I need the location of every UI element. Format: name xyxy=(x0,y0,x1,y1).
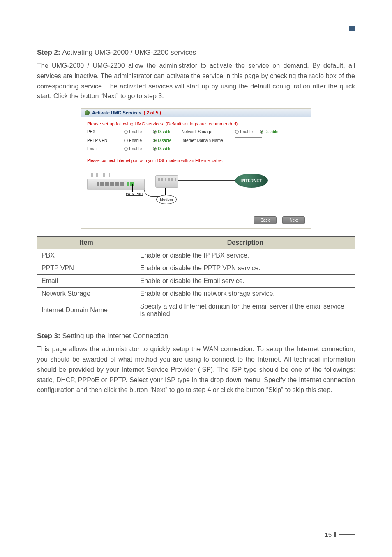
step3-heading: Step 3: Setting up the Internet Connecti… xyxy=(37,332,355,340)
wan-port-label: WAN Port xyxy=(126,192,143,196)
email-disable-radio[interactable]: Disable xyxy=(153,146,182,151)
step2-title: Activating UMG-2000 / UMG-2200 services xyxy=(62,49,196,56)
service-definition-table: Item Description PBXEnable or disable th… xyxy=(37,236,355,320)
back-button[interactable]: Back xyxy=(254,216,277,224)
service-idn-label: Internet Domain Name xyxy=(182,138,235,143)
netstorage-enable-radio[interactable]: Enable xyxy=(235,130,260,134)
page-corner-marker xyxy=(349,26,355,31)
table-row: PPTP VPNEnable or disable the PPTP VPN s… xyxy=(37,262,355,275)
table-row: Network StorageEnable or disable the net… xyxy=(37,288,355,300)
pbx-enable-radio[interactable]: Enable xyxy=(124,130,153,134)
table-row: EmailEnable or disable the Email service… xyxy=(37,275,355,288)
modem-label: Modem xyxy=(156,195,177,204)
pptp-disable-radio[interactable]: Disable xyxy=(153,138,182,143)
pptp-enable-radio[interactable]: Enable xyxy=(124,138,153,143)
connect-note: Please connect Internet port with your D… xyxy=(81,155,311,165)
cell-item: Email xyxy=(37,275,136,288)
step2-label: Step 2: xyxy=(37,49,60,56)
cell-item: PPTP VPN xyxy=(37,262,136,275)
connection-diagram: WAN Port Modem INTERNET xyxy=(87,166,305,211)
step2-heading: Step 2: Activating UMG-2000 / UMG-2200 s… xyxy=(37,49,355,57)
wizard-step-count: ( 2 of 5 ) xyxy=(144,110,161,115)
step3-title: Setting up the Internet Connection xyxy=(62,332,168,340)
wan-pointer-line xyxy=(132,184,133,192)
wizard-title: Activate UMG Services xyxy=(92,110,141,115)
umg-device-icon xyxy=(87,179,145,190)
step3-paragraph: This page allows the administrator to qu… xyxy=(37,344,355,395)
email-enable-radio[interactable]: Enable xyxy=(124,146,153,151)
pbx-disable-radio[interactable]: Disable xyxy=(153,130,182,134)
service-email-label: Email xyxy=(87,146,124,151)
modem-icon xyxy=(155,175,178,188)
col-item: Item xyxy=(37,237,136,249)
wizard-titlebar: Activate UMG Services ( 2 of 5 ) xyxy=(81,109,311,117)
next-button[interactable]: Next xyxy=(282,216,305,224)
service-netstorage-label: Network Storage xyxy=(182,130,235,134)
cell-desc: Specify a valid Internet domain for the … xyxy=(136,300,355,320)
service-pptp-label: PPTP VPN xyxy=(87,138,124,143)
table-row: PBXEnable or disable the IP PBX service. xyxy=(37,249,355,262)
cell-item: Network Storage xyxy=(37,288,136,300)
cell-desc: Enable or disable the Email service. xyxy=(136,275,355,288)
wizard-icon xyxy=(85,110,90,115)
activate-services-screenshot: Activate UMG Services ( 2 of 5 ) Please … xyxy=(81,108,311,229)
page-footer: 15 xyxy=(325,531,355,538)
netstorage-disable-radio[interactable]: Disable xyxy=(260,130,284,134)
cell-desc: Enable or disable the network storage se… xyxy=(136,288,355,300)
idn-input[interactable] xyxy=(235,137,262,143)
table-row: Internet Domain NameSpecify a valid Inte… xyxy=(37,300,355,320)
cable-modem-to-internet xyxy=(178,180,235,193)
cell-item: PBX xyxy=(37,249,136,262)
col-desc: Description xyxy=(136,237,355,249)
internet-cloud-icon: INTERNET xyxy=(235,174,268,188)
wizard-subtitle: Please set up following UMG services. (D… xyxy=(81,117,311,129)
step2-paragraph: The UMG-2000 / UMG-2200 allow the admini… xyxy=(37,61,355,102)
page-number: 15 xyxy=(325,531,332,538)
service-pbx-label: PBX xyxy=(87,130,124,134)
cell-desc: Enable or disable the PPTP VPN service. xyxy=(136,262,355,275)
cell-desc: Enable or disable the IP PBX service. xyxy=(136,249,355,262)
step3-label: Step 3: xyxy=(37,332,60,340)
cell-item: Internet Domain Name xyxy=(37,300,136,320)
